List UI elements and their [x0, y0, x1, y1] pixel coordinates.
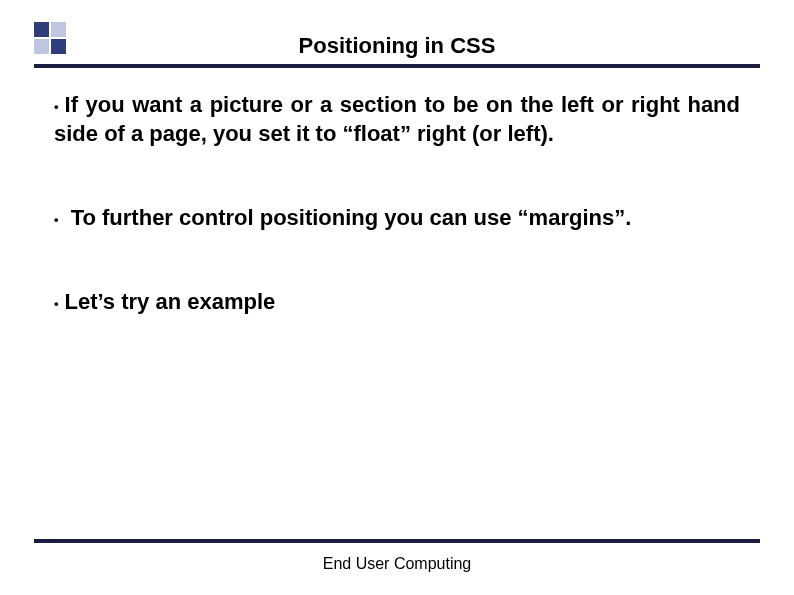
bullet-item: • To further control positioning you can…: [54, 203, 740, 232]
content-area: •If you want a picture or a section to b…: [54, 90, 740, 371]
bullet-text: Let’s try an example: [65, 289, 276, 314]
bullet-icon: •: [54, 99, 59, 114]
bullet-icon: •: [54, 212, 59, 227]
title-divider: [34, 64, 760, 68]
footer-divider: [34, 539, 760, 543]
footer-text: End User Computing: [0, 555, 794, 573]
slide-title: Positioning in CSS: [0, 33, 794, 59]
bullet-text: To further control positioning you can u…: [71, 205, 632, 230]
bullet-item: •Let’s try an example: [54, 287, 740, 316]
bullet-item: •If you want a picture or a section to b…: [54, 90, 740, 148]
bullet-text: If you want a picture or a section to be…: [54, 92, 740, 146]
bullet-icon: •: [54, 296, 59, 311]
slide: Positioning in CSS •If you want a pictur…: [0, 0, 794, 595]
